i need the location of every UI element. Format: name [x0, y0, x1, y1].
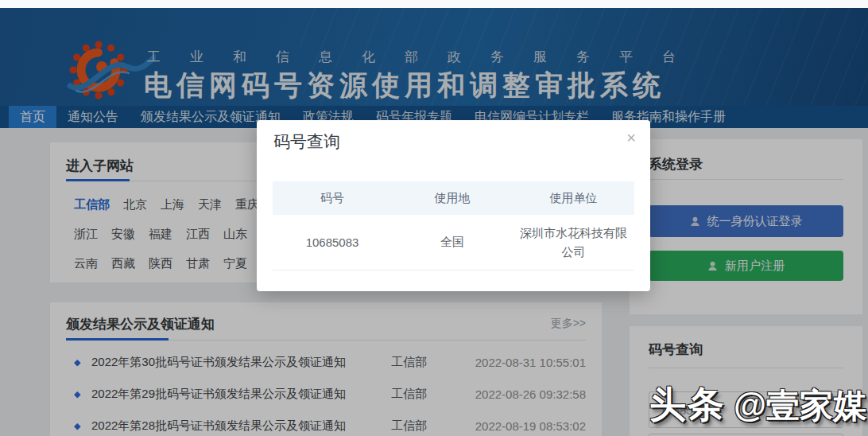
dialog-title: 码号查询 — [273, 130, 340, 153]
watermark-handle: @壹家媒 — [734, 383, 866, 428]
cell-number: 10685083 — [273, 215, 392, 270]
watermark-brand: 头条 — [649, 380, 726, 430]
col-header-using-unit: 使用单位 — [513, 181, 634, 215]
cell-using-unit: 深圳市水花科技有限公司 — [513, 215, 634, 270]
top-edge-strip — [0, 0, 868, 8]
col-header-usage-area: 使用地 — [392, 181, 513, 215]
table-row: 10685083 全国 深圳市水花科技有限公司 — [273, 215, 634, 271]
cell-usage-area: 全国 — [392, 215, 513, 270]
company-name: 深圳市水花科技有限公司 — [518, 224, 630, 262]
toutiao-watermark: 头条 @壹家媒 — [649, 380, 866, 430]
col-header-number: 码号 — [273, 181, 392, 215]
close-icon[interactable]: × — [626, 130, 636, 146]
table-header-row: 码号 使用地 使用单位 — [273, 181, 634, 215]
number-query-dialog: 码号查询 × 码号 使用地 使用单位 10685083 全国 深圳市水花科技有限… — [257, 120, 650, 291]
query-result-table: 码号 使用地 使用单位 10685083 全国 深圳市水花科技有限公司 — [273, 181, 634, 271]
